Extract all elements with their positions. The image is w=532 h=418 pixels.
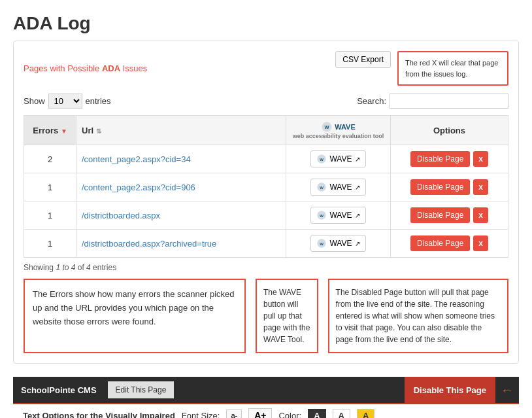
table-row: 2 /content_page2.aspx?cid=34 W WAVE ↗ Di [24, 145, 508, 173]
wave-button[interactable]: W WAVE ↗ [310, 207, 365, 224]
disable-page-button[interactable]: Disable Page [410, 207, 470, 223]
wave-button[interactable]: W WAVE ↗ [310, 235, 365, 252]
svg-text:W: W [320, 158, 324, 162]
annotation-area: The Errors show how many errors the scan… [24, 279, 508, 353]
url-cell: /districtboarded.aspx?archived=true [76, 230, 286, 258]
wave-cell: W WAVE ↗ [286, 201, 391, 230]
wave-cell: W WAVE ↗ [286, 145, 391, 173]
external-link-icon: ↗ [355, 156, 360, 163]
table-controls: Show 10 25 50 100 entries Search: [24, 94, 508, 109]
wave-annotation: The WAVE button will pull up that page w… [256, 279, 318, 353]
brand-label: SchoolPointe CMS [13, 377, 105, 403]
sort-icon: ▼ [61, 128, 67, 135]
url-link[interactable]: /content_page2.aspx?cid=906 [82, 183, 195, 192]
col-errors: Errors ▼ [24, 116, 76, 145]
wave-icon: W [316, 182, 327, 192]
errors-annotation: The Errors show how many errors the scan… [24, 279, 246, 353]
search-label: Search: [357, 96, 386, 106]
wave-button[interactable]: W WAVE ↗ [310, 179, 365, 196]
url-cell: /content_page2.aspx?cid=906 [76, 173, 286, 201]
wave-col-sub: web accessibility evaluation tool [293, 133, 384, 139]
remove-button[interactable]: x [473, 179, 488, 195]
color-dark-button[interactable]: A [308, 409, 325, 419]
disable-page-button[interactable]: Disable Page [410, 179, 470, 195]
wave-col-label: WAVE [335, 123, 356, 131]
search-bar: Search: [357, 94, 508, 109]
remove-button[interactable]: x [473, 235, 488, 251]
panel-subtitle: Pages with Possible ADA Issues [24, 63, 147, 73]
options-cell: Disable Page x [391, 201, 508, 230]
external-link-icon: ↗ [355, 184, 360, 191]
header-right: CSV Export The red X will clear that pag… [335, 51, 508, 86]
wave-cell: W WAVE ↗ [286, 230, 391, 258]
remove-button[interactable]: x [473, 207, 488, 223]
table-body: 2 /content_page2.aspx?cid=34 W WAVE ↗ Di [24, 145, 508, 258]
error-count: 2 [24, 145, 76, 173]
disable-page-button[interactable]: Disable Page [410, 235, 470, 251]
url-link[interactable]: /districtboarded.aspx?archived=true [82, 239, 216, 249]
bottom-bar: SchoolPointe CMS Edit This Page Disable … [13, 377, 519, 403]
issues-table: Errors ▼ Url ⇅ [24, 115, 508, 258]
disable-page-button[interactable]: Disable Page [410, 151, 470, 167]
entries-select[interactable]: 10 25 50 100 [48, 94, 82, 109]
show-label: Show [24, 96, 45, 106]
url-cell: /content_page2.aspx?cid=34 [76, 145, 286, 173]
svg-text:W: W [325, 124, 330, 130]
options-cell: Disable Page x [391, 145, 508, 173]
col-options: Options [391, 116, 508, 145]
col-url: Url ⇅ [76, 116, 286, 145]
subtitle-suffix: Issues [120, 63, 147, 73]
arrow-icon: ← [501, 383, 514, 398]
external-link-icon: ↗ [355, 212, 360, 219]
table-row: 1 /content_page2.aspx?cid=906 W WAVE ↗ D [24, 173, 508, 201]
wave-cell: W WAVE ↗ [286, 173, 391, 201]
red-x-tooltip: The red X will clear that page from the … [397, 51, 508, 86]
table-row: 1 /districtboarded.aspx?archived=true W … [24, 230, 508, 258]
subtitle-highlight: ADA [102, 63, 120, 73]
error-count: 1 [24, 201, 76, 230]
font-decrease-button[interactable]: a- [226, 409, 242, 418]
wave-icon: W [316, 238, 327, 249]
url-link[interactable]: /districtboarded.aspx [82, 211, 160, 220]
error-count: 1 [24, 173, 76, 201]
svg-text:W: W [320, 242, 324, 246]
entries-label: entries [86, 96, 111, 106]
color-label: Color: [278, 411, 301, 419]
font-increase-button[interactable]: A+ [248, 408, 272, 418]
color-yellow-button[interactable]: A [357, 409, 374, 419]
wave-button[interactable]: W WAVE ↗ [310, 150, 365, 167]
search-input[interactable] [390, 94, 508, 109]
subtitle-prefix: Pages with Possible [24, 63, 102, 73]
disable-this-page-button[interactable]: Disable This Page [405, 377, 495, 403]
wave-icon: W [316, 154, 327, 164]
options-cell: Disable Page x [391, 230, 508, 258]
col-wave: W WAVE web accessibility evaluation tool [286, 116, 391, 145]
options-cell: Disable Page x [391, 173, 508, 201]
color-light-button[interactable]: A [333, 409, 350, 419]
svg-text:W: W [320, 186, 324, 190]
table-row: 1 /districtboarded.aspx W WAVE ↗ Disable [24, 201, 508, 230]
text-options-bar: Text Options for the Visually Impaired F… [13, 403, 519, 418]
page-title: ADA Log [13, 13, 519, 34]
error-count: 1 [24, 230, 76, 258]
table-area: Errors ▼ Url ⇅ [24, 115, 508, 272]
external-link-icon: ↗ [355, 240, 360, 247]
disable-annotation: The Disabled Page button will pull that … [328, 279, 508, 353]
showing-text: Showing 1 to 4 of 4 entries [24, 263, 508, 272]
wave-header-icon: W [321, 121, 333, 133]
edit-this-page-button[interactable]: Edit This Page [108, 381, 175, 398]
table-header-row: Errors ▼ Url ⇅ [24, 116, 508, 145]
csv-export-button[interactable]: CSV Export [335, 51, 391, 68]
wave-icon: W [316, 210, 327, 220]
svg-text:W: W [320, 214, 324, 218]
text-options-label: Text Options for the Visually Impaired [23, 411, 175, 419]
url-cell: /districtboarded.aspx [76, 201, 286, 230]
url-link[interactable]: /content_page2.aspx?cid=34 [82, 154, 191, 164]
main-panel: Pages with Possible ADA Issues CSV Expor… [13, 41, 519, 364]
show-entries: Show 10 25 50 100 entries [24, 94, 111, 109]
panel-header: Pages with Possible ADA Issues CSV Expor… [24, 51, 508, 86]
font-size-label: Font Size: [182, 411, 220, 419]
remove-button[interactable]: x [473, 151, 488, 167]
